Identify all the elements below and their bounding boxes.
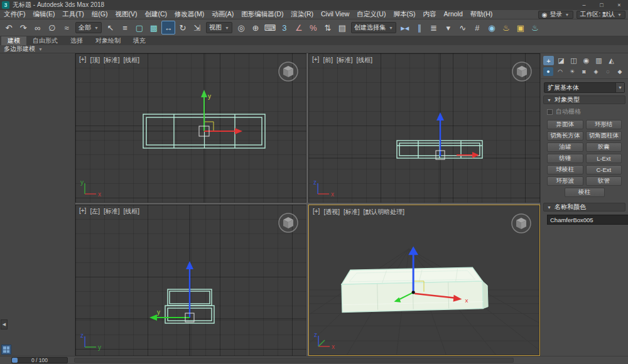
menu-item-12[interactable]: 自定义(U) xyxy=(353,10,389,19)
vp-front-label-3[interactable]: [标准] xyxy=(337,56,353,65)
collapse-panel-arrow-icon[interactable]: ◀ xyxy=(1,319,8,329)
vp-top-label-1[interactable]: [+] xyxy=(79,56,86,65)
object-type-6-button[interactable]: 胶囊 xyxy=(586,142,622,152)
object-type-5-button[interactable]: 油罐 xyxy=(547,142,583,152)
track-bar[interactable] xyxy=(74,358,514,363)
menu-item-1[interactable]: 文件(F) xyxy=(0,10,29,19)
vp-persp-label-3[interactable]: [标准] xyxy=(344,208,360,217)
vp-front-label-1[interactable]: [+] xyxy=(312,56,319,65)
menu-item-13[interactable]: 脚本(S) xyxy=(389,10,419,19)
ribbon-section-label[interactable]: 多边形建模 xyxy=(4,45,35,53)
viewport-layout-tabs-icon[interactable] xyxy=(1,345,11,355)
viewport-left[interactable]: [+][左][标准][线框] y xyxy=(75,205,306,356)
percent-snap-button[interactable]: % xyxy=(306,21,320,35)
render-production-button[interactable]: ♨ xyxy=(528,21,542,35)
move-gizmo[interactable] xyxy=(436,112,479,159)
material-editor-button[interactable]: ◉ xyxy=(485,21,499,35)
selection-region-button[interactable]: ▢ xyxy=(133,21,146,35)
menu-item-9[interactable]: 图形编辑器(D) xyxy=(237,10,287,19)
category-space-warps[interactable]: ◌ xyxy=(603,67,613,76)
schematic-view-button[interactable]: # xyxy=(470,21,484,35)
panel-tab-modify[interactable]: ◪ xyxy=(556,56,566,65)
viewcube[interactable] xyxy=(510,60,534,83)
select-and-manipulate-button[interactable]: ⊕ xyxy=(249,21,263,35)
vp-top-label-4[interactable]: [线框] xyxy=(124,56,140,65)
panel-tab-utilities[interactable]: ◭ xyxy=(606,56,617,65)
sign-in-button[interactable]: ◉ 登录 ▼ xyxy=(538,11,573,19)
menu-item-10[interactable]: 渲染(R) xyxy=(287,10,317,19)
select-object-button[interactable]: ↖ xyxy=(104,21,117,35)
select-and-link-button[interactable]: ∞ xyxy=(31,21,45,35)
object-type-3-button[interactable]: 切角长方体 xyxy=(547,131,583,141)
spinner-snap-button[interactable]: ⇅ xyxy=(321,21,335,35)
category-geometry[interactable]: ● xyxy=(543,67,553,76)
vp-top-label-3[interactable]: [标准] xyxy=(104,56,120,65)
redo-button[interactable]: ↷ xyxy=(16,21,30,35)
mirror-button[interactable]: ▸◂ xyxy=(398,21,412,35)
object-type-10-button[interactable]: C-Ext xyxy=(586,165,622,174)
viewcube[interactable] xyxy=(276,211,300,235)
object-type-12-button[interactable]: 软管 xyxy=(586,176,622,186)
category-lights[interactable]: ☀ xyxy=(567,67,577,76)
viewport-top[interactable]: [+][顶][标准][线框] y xyxy=(75,53,306,203)
menu-item-7[interactable]: 修改器(M) xyxy=(171,10,208,19)
vp-left-label-4[interactable]: [线框] xyxy=(124,207,140,216)
object-name-field[interactable] xyxy=(547,215,628,225)
object-type-11-button[interactable]: 环形波 xyxy=(547,176,583,186)
curve-editor-button[interactable]: ∿ xyxy=(456,21,470,35)
panel-tab-motion[interactable]: ◉ xyxy=(581,56,592,65)
use-pivot-point-center-button[interactable]: ◎ xyxy=(234,21,248,35)
chamferbox-shaded[interactable] xyxy=(342,267,488,312)
ribbon-tab-1[interactable]: 建模 xyxy=(1,36,26,45)
selection-filter-dropdown[interactable]: 全部▼ xyxy=(75,22,102,33)
object-type-13-button[interactable]: 棱柱 xyxy=(565,188,605,197)
render-setup-button[interactable]: ♨ xyxy=(499,21,513,35)
primitive-category-dropdown[interactable]: 扩展基本体 ▼ xyxy=(544,82,625,93)
vp-left-label-3[interactable]: [标准] xyxy=(104,207,120,216)
ribbon-tab-2[interactable]: 自由形式 xyxy=(26,36,64,45)
object-type-9-button[interactable]: 球棱柱 xyxy=(547,165,583,174)
viewport-perspective[interactable]: [+][透视][标准][默认明暗处理] xyxy=(308,205,540,356)
keyboard-shortcut-override-button[interactable]: ⌨ xyxy=(263,21,277,35)
panel-tab-create[interactable]: + xyxy=(543,56,554,65)
menu-item-15[interactable]: Arnold xyxy=(440,10,466,19)
vp-persp-label-4[interactable]: [默认明暗处理] xyxy=(364,208,405,217)
category-shapes[interactable]: ◠ xyxy=(555,67,565,76)
bind-to-space-warp-button[interactable]: ≈ xyxy=(60,21,73,35)
time-slider[interactable]: 0 / 100 xyxy=(11,357,68,363)
category-helpers[interactable]: ◈ xyxy=(591,67,601,76)
rendered-frame-window-button[interactable]: ▣ xyxy=(514,21,528,35)
object-type-4-button[interactable]: 切角圆柱体 xyxy=(586,131,622,141)
select-and-scale-button[interactable]: ⇲ xyxy=(190,21,204,35)
select-and-move-button[interactable]: ↔ xyxy=(161,21,175,35)
unlink-selection-button[interactable]: ∅ xyxy=(45,21,59,35)
viewcube[interactable] xyxy=(276,60,300,83)
menu-item-3[interactable]: 工具(T) xyxy=(58,10,87,19)
panel-tab-hierarchy[interactable]: ◫ xyxy=(568,56,579,65)
viewport-front[interactable]: [+][前][标准][线框] xyxy=(308,53,540,203)
category-cameras[interactable]: ◙ xyxy=(579,67,589,76)
object-type-2-button[interactable]: 环形结 xyxy=(586,120,622,129)
ribbon-tab-5[interactable]: 填充 xyxy=(127,36,152,45)
viewcube[interactable] xyxy=(509,211,533,235)
menu-item-6[interactable]: 创建(C) xyxy=(141,10,171,19)
align-button[interactable]: ∥ xyxy=(413,21,426,35)
reference-coordinate-system-dropdown[interactable]: 视图▼ xyxy=(206,22,232,33)
time-slider-handle[interactable] xyxy=(12,358,18,363)
menu-item-5[interactable]: 视图(V) xyxy=(112,10,141,19)
angle-snap-button[interactable]: ∠ xyxy=(292,21,306,35)
object-type-7-button[interactable]: 纺锤 xyxy=(547,154,583,163)
edit-named-selection-sets-button[interactable]: ▤ xyxy=(335,21,349,35)
workspace-selector[interactable]: 工作区: 默认 ▼ xyxy=(577,11,626,19)
vp-persp-label-1[interactable]: [+] xyxy=(313,208,320,217)
close-button[interactable]: × xyxy=(610,0,628,10)
select-and-rotate-button[interactable]: ↻ xyxy=(176,21,190,35)
minimize-button[interactable]: – xyxy=(575,0,593,10)
named-selection-sets-dropdown[interactable]: 创建选择集▼ xyxy=(351,22,396,33)
window-crossing-button[interactable]: ▩ xyxy=(147,21,161,35)
object-type-8-button[interactable]: L-Ext xyxy=(586,154,622,163)
toggle-scene-explorer-button[interactable]: ≣ xyxy=(427,21,441,35)
undo-button[interactable]: ↶ xyxy=(2,21,16,35)
toggle-ribbon-button[interactable]: ▾ xyxy=(441,21,455,35)
vp-front-label-4[interactable]: [线框] xyxy=(357,56,373,65)
